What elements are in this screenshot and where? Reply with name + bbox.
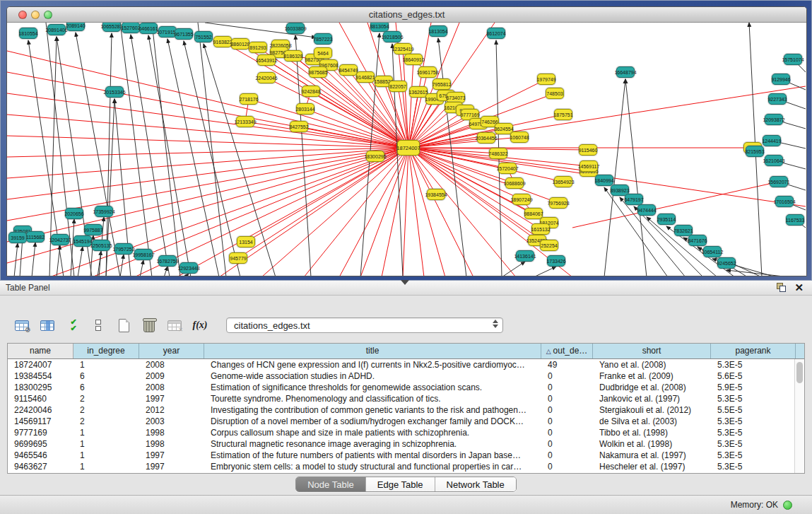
graph-node[interactable]: 12093872	[765, 114, 783, 125]
graph-node[interactable]: 18300295	[366, 151, 384, 162]
graph-node[interactable]: 9129946	[772, 74, 790, 85]
graph-node[interactable]: 1527602	[122, 23, 140, 33]
splitter-grip-icon[interactable]	[401, 280, 409, 285]
graph-node[interactable]: 1875751	[554, 109, 572, 120]
graph-node[interactable]: 1167533	[786, 214, 804, 226]
graph-node[interactable]: 20891406	[47, 24, 66, 35]
graph-node[interactable]: 12325419	[394, 43, 412, 54]
graph-node[interactable]: 2718176	[240, 93, 258, 105]
select-all-columns-button[interactable]: ✔✔	[65, 317, 81, 334]
graph-node[interactable]: 9242848	[302, 86, 320, 97]
window-titlebar[interactable]: citations_edges.txt	[7, 7, 806, 23]
table-row[interactable]: 946362711997Embryonic stem cells: a mode…	[8, 461, 804, 472]
table-row[interactable]: 977716911998Corpus callosum shape and si…	[8, 427, 804, 438]
graph-node[interactable]: 9671355	[175, 28, 193, 40]
graph-node[interactable]: 8427552	[290, 121, 308, 132]
graph-node[interactable]: 15751074	[784, 54, 802, 65]
graph-node[interactable]: 9474444	[637, 204, 656, 216]
graph-node[interactable]: 19958167	[134, 249, 153, 260]
graph-node[interactable]: 8612074	[487, 28, 505, 39]
table-row[interactable]: 1830029562008Estimation of significance …	[8, 382, 804, 393]
graph-node[interactable]: 14569117	[579, 160, 598, 172]
table-panel-header[interactable]: Table Panel ✕	[0, 281, 812, 296]
graph-node[interactable]: 19384554	[427, 189, 445, 200]
table-row[interactable]: 946554611997Estimation of the future num…	[8, 450, 804, 461]
column-header-short[interactable]: short	[593, 344, 711, 358]
table-row[interactable]: 1938455462009Genome-wide association stu…	[8, 370, 804, 382]
graph-node[interactable]: 13154	[237, 236, 255, 247]
graph-node[interactable]: 252254	[540, 240, 558, 251]
unselect-columns-button[interactable]	[90, 317, 106, 334]
graph-node[interactable]: 16648794	[616, 66, 635, 78]
graph-node[interactable]: 18640910	[404, 54, 423, 65]
table-row[interactable]: 1872400712008Changes of HCN gene express…	[8, 359, 804, 370]
graph-node[interactable]: 2089140	[66, 23, 85, 31]
graph-node[interactable]: 1060748	[510, 132, 529, 143]
graph-node[interactable]: 16210643	[765, 155, 783, 166]
graph-node[interactable]: 20153346	[105, 86, 124, 98]
graph-node[interactable]: 6479197	[625, 194, 643, 205]
network-canvas[interactable]: 1872400718300295193845549163822886012889…	[7, 23, 806, 276]
graph-node[interactable]: 79756928	[549, 197, 567, 209]
graph-node[interactable]: 9115460	[579, 144, 597, 156]
show-columns-button[interactable]	[40, 317, 55, 334]
graph-node[interactable]: 10655287	[102, 23, 121, 32]
graph-node[interactable]: 6466161	[139, 23, 158, 34]
graph-node[interactable]: 9163822	[213, 36, 232, 47]
graph-node[interactable]: 1545194	[73, 235, 92, 247]
float-panel-icon[interactable]	[777, 283, 786, 292]
graph-node[interactable]: 9875685	[309, 66, 327, 78]
graph-node[interactable]: 9227343	[768, 93, 787, 105]
graph-node[interactable]: 18907249	[512, 194, 531, 205]
table-selector-dropdown[interactable]: citations_edges.txt	[226, 317, 503, 333]
graph-node[interactable]: 9975887	[84, 224, 102, 235]
tab-network-table[interactable]: Network Table	[435, 477, 516, 491]
graph-node[interactable]: 1244419	[763, 135, 781, 146]
graph-node[interactable]: 12042737	[51, 234, 69, 245]
graph-node[interactable]: 7857223	[314, 33, 332, 45]
graph-node[interactable]: 16961758	[418, 66, 437, 78]
column-header-in-degree[interactable]: in_degree	[73, 344, 139, 358]
graph-node[interactable]: 16033809	[286, 23, 305, 34]
graph-node[interactable]: 39159	[8, 232, 27, 243]
tab-node-table[interactable]: Node Table	[296, 477, 366, 491]
graph-node[interactable]: 8454749	[339, 64, 358, 76]
graph-node[interactable]: 17359924	[95, 206, 113, 217]
graph-node[interactable]: 16543912	[257, 54, 276, 66]
column-header-title[interactable]: title	[204, 344, 541, 358]
table-row[interactable]: 2242004622012Investigating the contribut…	[8, 404, 804, 416]
graph-node[interactable]: 1115682	[26, 231, 45, 243]
graph-node[interactable]: 19218506	[383, 31, 401, 42]
graph-node[interactable]: 1813054	[429, 25, 447, 37]
graph-node[interactable]: 9884067	[524, 208, 543, 219]
graph-node[interactable]: 12505135	[92, 240, 110, 251]
graph-node[interactable]: 18724007	[397, 140, 420, 156]
graph-node[interactable]: 13654923	[554, 176, 572, 187]
graph-node[interactable]: 7955812	[433, 78, 451, 90]
graph-node[interactable]: 945779	[229, 252, 247, 264]
graph-node[interactable]: 17016504	[775, 196, 794, 207]
scrollbar-thumb[interactable]	[796, 362, 803, 383]
graph-node[interactable]: 20364456	[477, 132, 495, 144]
graph-node[interactable]: 2935114	[657, 214, 676, 225]
table-row[interactable]: 1456911722003Disruption of a novel membe…	[8, 416, 804, 427]
table-vertical-scrollbar[interactable]	[794, 359, 804, 473]
graph-node[interactable]: 751552	[194, 31, 213, 42]
graph-node[interactable]: 8215953	[746, 146, 764, 157]
graph-node[interactable]: 10688609	[505, 177, 524, 189]
graph-node[interactable]: 10654112	[703, 246, 722, 257]
graph-node[interactable]: 15720407	[498, 163, 517, 174]
graph-node[interactable]: 8860128	[231, 38, 249, 49]
graph-node[interactable]: 5464	[314, 47, 332, 59]
graph-node[interactable]: 8471676	[688, 235, 707, 246]
graph-node[interactable]: 1733426	[547, 255, 565, 267]
graph-node[interactable]: 748503	[546, 88, 564, 99]
graph-node[interactable]: 7486322	[489, 148, 507, 159]
graph-node[interactable]: 16782759	[158, 255, 177, 267]
column-header-pagerank[interactable]: pagerank	[711, 344, 796, 358]
function-builder-button[interactable]: f(x)	[192, 317, 208, 334]
graph-node[interactable]: 8186328	[284, 50, 302, 62]
graph-node[interactable]: 12133349	[236, 116, 254, 127]
graph-node[interactable]: 2803144	[296, 103, 314, 115]
graph-node[interactable]: 1840994	[595, 175, 613, 186]
